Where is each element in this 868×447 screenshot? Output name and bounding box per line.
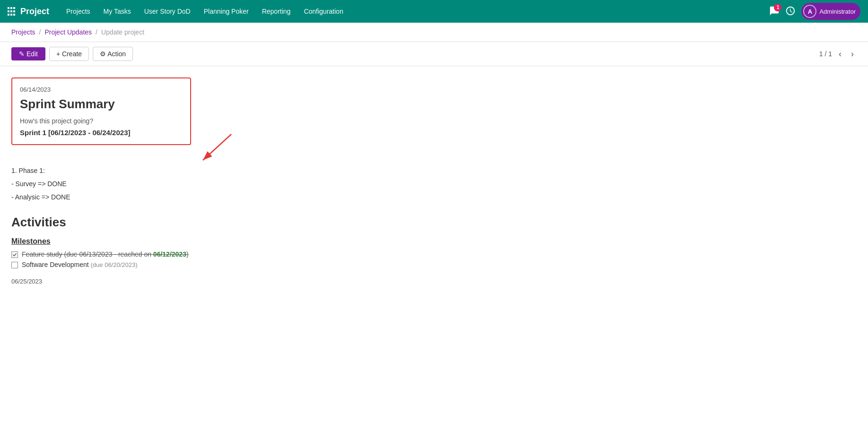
phase-line-1: 1. Phase 1: bbox=[11, 164, 414, 177]
milestone-1-strikethrough: Feature study (due 06/13/2023 - reached … bbox=[22, 250, 189, 258]
milestone-1-text: Feature study (due 06/13/2023 - reached … bbox=[22, 250, 189, 258]
milestone-item-1: Feature study (due 06/13/2023 - reached … bbox=[11, 250, 414, 258]
main-content: 06/14/2023 Sprint Summary How's this pro… bbox=[0, 66, 868, 447]
admin-name: Administrator bbox=[819, 8, 856, 15]
milestone-checkbox-1[interactable] bbox=[11, 251, 18, 258]
edit-button[interactable]: ✎ Edit bbox=[11, 47, 45, 60]
milestone-checkbox-2[interactable] bbox=[11, 262, 18, 268]
notification-count: 1 bbox=[774, 4, 781, 11]
card-sprint: Sprint 1 [06/12/2023 - 06/24/2023] bbox=[20, 129, 183, 137]
update-card-section: 06/14/2023 Sprint Summary How's this pro… bbox=[11, 77, 414, 145]
nav-links: Projects My Tasks User Story DoD Plannin… bbox=[61, 6, 765, 17]
milestone-2-due: (due 06/20/2023) bbox=[91, 261, 138, 268]
card-date: 06/14/2023 bbox=[20, 86, 183, 93]
phase-line-3: - Analysic => DONE bbox=[11, 190, 414, 204]
nav-my-tasks[interactable]: My Tasks bbox=[98, 6, 137, 17]
notification-button[interactable]: 1 bbox=[769, 6, 780, 17]
milestone-item-2: Software Development (due 06/20/2023) bbox=[11, 261, 414, 268]
grid-icon bbox=[8, 7, 15, 16]
user-menu-button[interactable]: A Administrator bbox=[801, 3, 860, 20]
card-subtitle: How's this project going? bbox=[20, 117, 183, 125]
nav-right-section: 1 A Administrator bbox=[769, 3, 860, 20]
checkmark-icon bbox=[12, 252, 17, 257]
breadcrumb-sep-1: / bbox=[39, 28, 41, 36]
nav-planning-poker[interactable]: Planning Poker bbox=[198, 6, 254, 17]
pagination-section: 1 / 1 ‹ › bbox=[819, 48, 857, 60]
app-logo[interactable]: Project bbox=[8, 7, 49, 17]
milestones-title: Milestones bbox=[11, 237, 414, 246]
breadcrumb-current: Update project bbox=[101, 28, 144, 36]
clock-icon bbox=[785, 6, 796, 16]
card-title: Sprint Summary bbox=[20, 97, 183, 112]
phase-section: 1. Phase 1: - Survey => DONE - Analysic … bbox=[11, 164, 414, 204]
activities-title: Activities bbox=[11, 215, 414, 230]
breadcrumb-sep-2: / bbox=[96, 28, 97, 36]
bottom-date: 06/25/2023 bbox=[11, 278, 414, 285]
phase-line-2: - Survey => DONE bbox=[11, 177, 414, 190]
action-button[interactable]: ⚙ Action bbox=[93, 47, 133, 61]
breadcrumb: Projects / Project Updates / Update proj… bbox=[0, 23, 868, 42]
app-title: Project bbox=[20, 7, 49, 17]
svg-line-1 bbox=[203, 134, 231, 160]
nav-user-story-dod[interactable]: User Story DoD bbox=[139, 6, 196, 17]
top-navigation: Project Projects My Tasks User Story DoD… bbox=[0, 0, 868, 23]
content-area: 06/14/2023 Sprint Summary How's this pro… bbox=[0, 66, 426, 296]
milestone-1-date: 06/12/2023 bbox=[153, 250, 186, 258]
avatar: A bbox=[803, 5, 816, 18]
next-page-button[interactable]: › bbox=[848, 48, 857, 60]
nav-configuration[interactable]: Configuration bbox=[298, 6, 349, 17]
prev-page-button[interactable]: ‹ bbox=[836, 48, 844, 60]
nav-projects[interactable]: Projects bbox=[61, 6, 96, 17]
nav-reporting[interactable]: Reporting bbox=[256, 6, 297, 17]
pagination-text: 1 / 1 bbox=[819, 50, 832, 58]
breadcrumb-project-updates[interactable]: Project Updates bbox=[44, 28, 92, 36]
create-button[interactable]: + Create bbox=[49, 47, 89, 61]
breadcrumb-projects[interactable]: Projects bbox=[11, 28, 35, 36]
activities-section: Activities Milestones Feature study (due… bbox=[11, 215, 414, 268]
red-arrow bbox=[196, 129, 243, 167]
milestone-2-text: Software Development (due 06/20/2023) bbox=[22, 261, 138, 268]
toolbar: ✎ Edit + Create ⚙ Action 1 / 1 ‹ › bbox=[0, 42, 868, 66]
update-card: 06/14/2023 Sprint Summary How's this pro… bbox=[11, 77, 191, 145]
clock-button[interactable] bbox=[785, 6, 796, 17]
